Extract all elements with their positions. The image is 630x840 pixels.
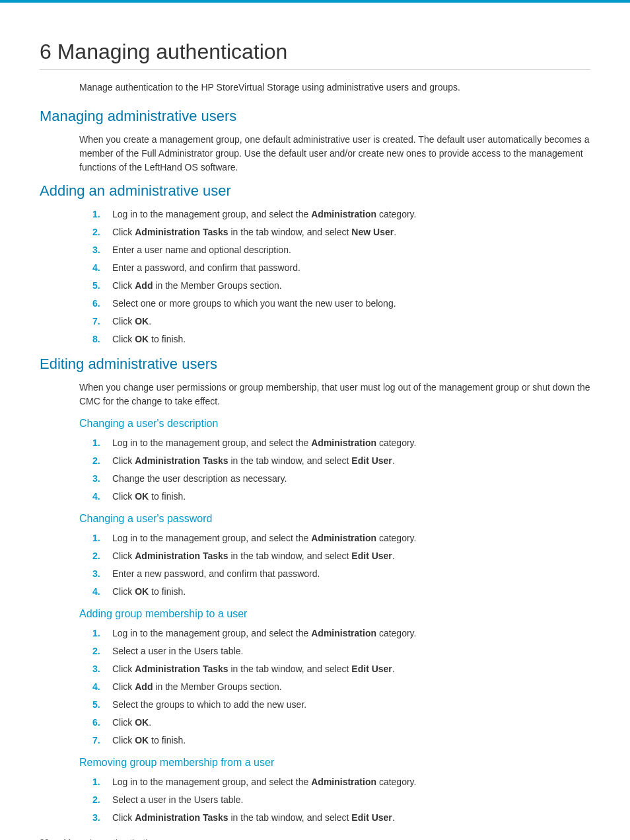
step-number: 2. — [92, 793, 108, 807]
step-item: 7. Click OK. — [92, 315, 590, 328]
step-item: 4. Click OK to finish. — [92, 490, 590, 504]
step-number: 2. — [92, 644, 108, 658]
step-number: 7. — [92, 315, 108, 328]
page: 6 Managing authentication Manage authent… — [0, 0, 630, 840]
section-editing-admin-users: Editing administrative users — [40, 356, 590, 373]
step-item: 2. Click Administration Tasks in the tab… — [92, 225, 590, 239]
step-item: 2. Select a user in the Users table. — [92, 793, 590, 807]
step-number: 1. — [92, 208, 108, 221]
step-number: 3. — [92, 567, 108, 581]
step-text: Click OK to finish. — [112, 490, 186, 504]
step-text: Click Administration Tasks in the tab wi… — [112, 549, 395, 563]
step-item: 7. Click OK to finish. — [92, 734, 590, 747]
chapter-number: 6 — [40, 40, 52, 63]
step-item: 3. Enter a user name and optional descri… — [92, 243, 590, 257]
step-item: 5. Click Add in the Member Groups sectio… — [92, 279, 590, 293]
step-item: 6. Select one or more groups to which yo… — [92, 297, 590, 311]
step-item: 5. Select the groups to which to add the… — [92, 698, 590, 712]
step-number: 8. — [92, 332, 108, 346]
step-number: 4. — [92, 585, 108, 599]
step-text: Log in to the management group, and sele… — [112, 627, 416, 640]
step-text: Click OK to finish. — [112, 332, 186, 346]
footer-text: Managing authentication — [63, 837, 157, 840]
step-number: 1. — [92, 531, 108, 545]
managing-admin-users-intro: When you create a management group, one … — [79, 133, 590, 174]
step-item: 8. Click OK to finish. — [92, 332, 590, 346]
chapter-title: 6 Managing authentication — [40, 40, 590, 70]
adding-group-membership-steps: 1. Log in to the management group, and s… — [92, 627, 590, 747]
step-text: Click OK to finish. — [112, 734, 186, 747]
step-text: Log in to the management group, and sele… — [112, 208, 416, 221]
step-text: Select one or more groups to which you w… — [112, 297, 396, 311]
page-number: 80 — [40, 837, 49, 840]
step-text: Click OK. — [112, 315, 151, 328]
step-text: Click Administration Tasks in the tab wi… — [112, 225, 396, 239]
subsection-removing-group-membership: Removing group membership from a user — [79, 757, 590, 769]
step-item: 4. Enter a password, and confirm that pa… — [92, 261, 590, 275]
step-number: 1. — [92, 627, 108, 640]
subsection-changing-description: Changing a user's description — [79, 418, 590, 430]
chapter-title-text: Managing authentication — [57, 40, 288, 63]
step-text: Click Administration Tasks in the tab wi… — [112, 811, 395, 825]
step-number: 4. — [92, 490, 108, 504]
step-text: Click Add in the Member Groups section. — [112, 680, 282, 694]
step-number: 3. — [92, 243, 108, 257]
step-number: 2. — [92, 225, 108, 239]
section-managing-admin-users: Managing administrative users — [40, 108, 590, 125]
step-number: 3. — [92, 811, 108, 825]
step-number: 6. — [92, 297, 108, 311]
step-number: 1. — [92, 775, 108, 789]
step-text: Enter a new password, and confirm that p… — [112, 567, 320, 581]
editing-admin-users-intro: When you change user permissions or grou… — [79, 381, 590, 408]
chapter-intro: Manage authentication to the HP StoreVir… — [79, 81, 590, 95]
step-item: 2. Select a user in the Users table. — [92, 644, 590, 658]
step-number: 3. — [92, 472, 108, 486]
step-item: 3. Enter a new password, and confirm tha… — [92, 567, 590, 581]
step-number: 5. — [92, 698, 108, 712]
step-text: Enter a password, and confirm that passw… — [112, 261, 300, 275]
step-number: 2. — [92, 454, 108, 468]
changing-password-steps: 1. Log in to the management group, and s… — [92, 531, 590, 599]
subsection-changing-password: Changing a user's password — [79, 513, 590, 525]
step-item: 1. Log in to the management group, and s… — [92, 208, 590, 221]
step-text: Click OK to finish. — [112, 585, 186, 599]
step-text: Click OK. — [112, 716, 151, 730]
step-item: 3. Click Administration Tasks in the tab… — [92, 662, 590, 676]
adding-admin-user-steps: 1. Log in to the management group, and s… — [92, 208, 590, 346]
step-text: Log in to the management group, and sele… — [112, 775, 416, 789]
step-number: 7. — [92, 734, 108, 747]
step-item: 1. Log in to the management group, and s… — [92, 436, 590, 450]
step-item: 6. Click OK. — [92, 716, 590, 730]
step-item: 1. Log in to the management group, and s… — [92, 775, 590, 789]
step-item: 4. Click OK to finish. — [92, 585, 590, 599]
step-text: Log in to the management group, and sele… — [112, 531, 416, 545]
subsection-adding-group-membership: Adding group membership to a user — [79, 608, 590, 620]
step-number: 4. — [92, 680, 108, 694]
step-number: 4. — [92, 261, 108, 275]
step-item: 1. Log in to the management group, and s… — [92, 627, 590, 640]
step-item: 1. Log in to the management group, and s… — [92, 531, 590, 545]
step-text: Click Administration Tasks in the tab wi… — [112, 662, 395, 676]
step-text: Click Administration Tasks in the tab wi… — [112, 454, 395, 468]
step-item: 3. Change the user description as necess… — [92, 472, 590, 486]
step-number: 6. — [92, 716, 108, 730]
step-number: 3. — [92, 662, 108, 676]
step-number: 2. — [92, 549, 108, 563]
step-text: Select a user in the Users table. — [112, 793, 243, 807]
step-text: Change the user description as necessary… — [112, 472, 287, 486]
step-text: Select the groups to which to add the ne… — [112, 698, 306, 712]
step-number: 5. — [92, 279, 108, 293]
section-adding-admin-user: Adding an administrative user — [40, 182, 590, 200]
step-text: Click Add in the Member Groups section. — [112, 279, 282, 293]
step-text: Log in to the management group, and sele… — [112, 436, 416, 450]
step-text: Select a user in the Users table. — [112, 644, 243, 658]
step-text: Enter a user name and optional descripti… — [112, 243, 291, 257]
step-item: 2. Click Administration Tasks in the tab… — [92, 549, 590, 563]
step-item: 2. Click Administration Tasks in the tab… — [92, 454, 590, 468]
removing-group-membership-steps: 1. Log in to the management group, and s… — [92, 775, 590, 825]
step-item: 4. Click Add in the Member Groups sectio… — [92, 680, 590, 694]
step-item: 3. Click Administration Tasks in the tab… — [92, 811, 590, 825]
step-number: 1. — [92, 436, 108, 450]
changing-description-steps: 1. Log in to the management group, and s… — [92, 436, 590, 504]
page-footer: 80 Managing authentication — [40, 837, 157, 840]
